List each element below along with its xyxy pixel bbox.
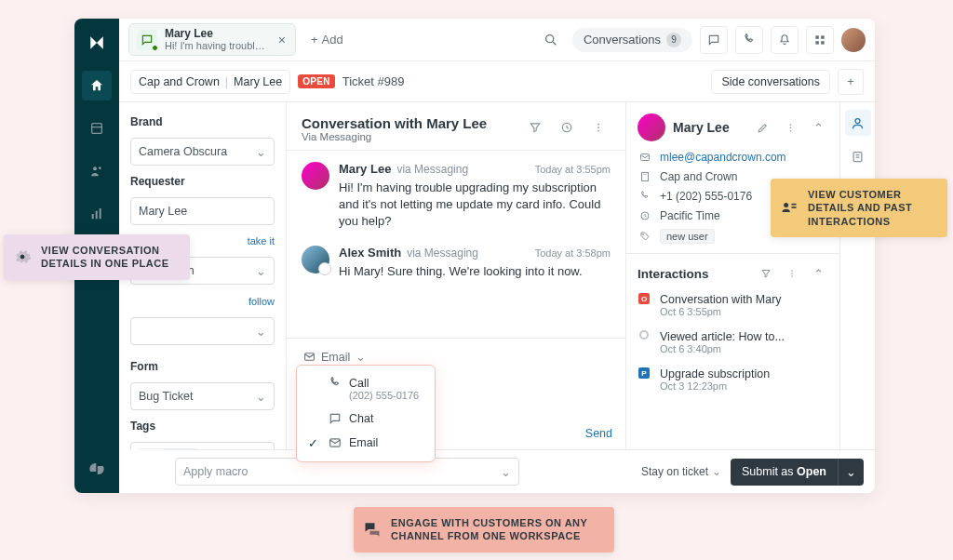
svg-line-8 [553, 42, 556, 45]
submit-dropdown[interactable]: ⌄ [838, 459, 864, 486]
svg-point-30 [791, 275, 793, 277]
edit-icon[interactable] [752, 117, 772, 138]
msg-text: Hi! I'm having trouble upgrading my subs… [339, 180, 611, 231]
channel-option-email[interactable]: ✓ Email [297, 431, 435, 456]
svg-point-27 [643, 234, 644, 235]
chevron-down-icon: ⌄ [356, 350, 366, 364]
crumb-user: Mary Lee [234, 75, 282, 88]
tab-preview: Hi! I'm having trouble... [165, 40, 269, 51]
svg-rect-23 [642, 173, 649, 181]
close-icon[interactable]: × [276, 33, 288, 47]
more-icon[interactable] [780, 117, 800, 138]
event-dot-icon [639, 330, 649, 340]
svg-point-21 [789, 129, 791, 131]
form-label: Form [130, 360, 275, 373]
brand-value: Camera Obscura [139, 145, 227, 158]
svg-point-39 [784, 203, 788, 207]
zendesk-icon[interactable] [82, 454, 112, 484]
chevron-down-icon: ⌄ [256, 390, 266, 404]
conversation-tab[interactable]: Mary Lee Hi! I'm having trouble... × [128, 23, 296, 56]
timeline-item[interactable]: P Upgrade subscription Oct 3 12:23pm [638, 367, 828, 392]
stay-label: Stay on ticket [641, 465, 708, 478]
collapse-icon[interactable]: ⌃ [808, 263, 828, 284]
views-icon[interactable] [82, 113, 112, 143]
history-icon[interactable] [555, 115, 579, 140]
search-icon[interactable] [537, 26, 565, 54]
filter-icon[interactable] [756, 263, 776, 284]
take-it-link[interactable]: take it [248, 235, 275, 247]
svg-rect-4 [92, 214, 94, 219]
msg-author: Mary Lee [339, 162, 391, 176]
filter-icon[interactable] [523, 115, 547, 140]
knowledge-icon[interactable] [845, 143, 871, 169]
message: Alex Smith via Messaging Today at 3:58pm… [302, 246, 611, 280]
requester-label: Requester [130, 175, 275, 188]
avatar [302, 162, 329, 190]
call-label: Call [349, 377, 419, 390]
user-avatar[interactable] [841, 28, 866, 52]
message-list: Mary Lee via Messaging Today at 3:55pm H… [287, 151, 625, 338]
submit-button[interactable]: Submit as Open ⌄ [731, 459, 864, 486]
customer-tag: new user [660, 229, 715, 244]
collapse-icon[interactable]: ⌃ [808, 117, 828, 138]
form-select[interactable]: Bug Ticket ⌄ [130, 382, 275, 410]
channel-label: Email [321, 351, 350, 364]
followers-select[interactable]: ⌄ [130, 317, 275, 345]
reports-icon[interactable] [82, 199, 112, 229]
interactions-title: Interactions [638, 267, 750, 281]
chevron-down-icon: ⌄ [256, 264, 266, 278]
status-badge: OPEN [298, 74, 335, 88]
svg-point-20 [789, 127, 791, 128]
breadcrumb[interactable]: Cap and Crown | Mary Lee [130, 70, 290, 94]
add-label: Add [322, 33, 343, 47]
tags-label: Tags [130, 420, 275, 433]
logo-icon[interactable] [82, 28, 112, 58]
home-icon[interactable] [82, 71, 112, 100]
svg-point-7 [546, 34, 554, 42]
svg-point-38 [20, 255, 25, 260]
callout-text: VIEW CONVERSATION DETAILS IN ONE PLACE [41, 245, 169, 269]
callout-bottom: ENGAGE WITH CUSTOMERS ON ANY CHANNEL FRO… [354, 507, 614, 553]
follow-link[interactable]: follow [248, 296, 275, 307]
conversations-label: Conversations [584, 33, 661, 47]
svg-point-31 [855, 118, 860, 123]
more-icon[interactable] [586, 115, 611, 140]
email-row: mlee@capandcrown.com [638, 151, 828, 164]
msg-time: Today at 3:58pm [535, 247, 611, 259]
phone-icon[interactable] [735, 26, 763, 54]
context-rail [839, 102, 875, 449]
send-button[interactable]: Send [585, 427, 612, 440]
tl-title: Conversation with Mary [660, 293, 782, 306]
submit-prefix: Submit as [742, 465, 797, 478]
side-conversations-button[interactable]: Side conversations [711, 70, 830, 94]
add-tab-button[interactable]: +Add [303, 29, 351, 50]
compose-area: Email ⌄ Call (202) 555-0176 [287, 338, 625, 449]
customer-panel: Mary Lee ⌃ mlee@capandcrown.com Cap and … [625, 102, 839, 449]
svg-point-28 [791, 270, 793, 272]
channel-option-call[interactable]: Call (202) 555-0176 [297, 371, 435, 407]
channel-popup: Call (202) 555-0176 Chat ✓ Ema [296, 365, 436, 462]
tl-title: Viewed article: How to... [660, 330, 785, 343]
msg-via: via Messaging [407, 247, 478, 260]
requester-input[interactable]: Mary Lee [130, 197, 275, 225]
add-side-conv-button[interactable]: + [838, 69, 864, 95]
chat-icon-top[interactable] [700, 26, 728, 54]
conversations-pill[interactable]: Conversations 9 [572, 28, 692, 52]
channel-option-chat[interactable]: Chat [297, 407, 435, 431]
customer-email[interactable]: mlee@capandcrown.com [660, 151, 786, 164]
ticket-id: Ticket #989 [342, 74, 405, 88]
timeline-item[interactable]: Viewed article: How to... Oct 6 3:40pm [638, 330, 828, 354]
apps-icon[interactable] [806, 26, 834, 54]
conversation-panel: Conversation with Mary Lee Via Messaging… [287, 102, 625, 449]
more-icon[interactable] [782, 263, 802, 284]
timeline-item[interactable]: O Conversation with Mary Oct 6 3:55pm [638, 293, 828, 317]
conversation-subtitle: Via Messaging [302, 131, 516, 142]
customers-icon[interactable] [82, 156, 112, 186]
brand-select[interactable]: Camera Obscura ⌄ [130, 138, 275, 166]
tags-input[interactable]: new user × [130, 442, 275, 449]
bell-icon[interactable] [771, 26, 799, 54]
call-number: (202) 555-0176 [349, 390, 419, 401]
user-icon[interactable] [845, 110, 871, 136]
stay-on-ticket-select[interactable]: Stay on ticket ⌄ [641, 465, 721, 478]
gear-icon [13, 247, 32, 266]
